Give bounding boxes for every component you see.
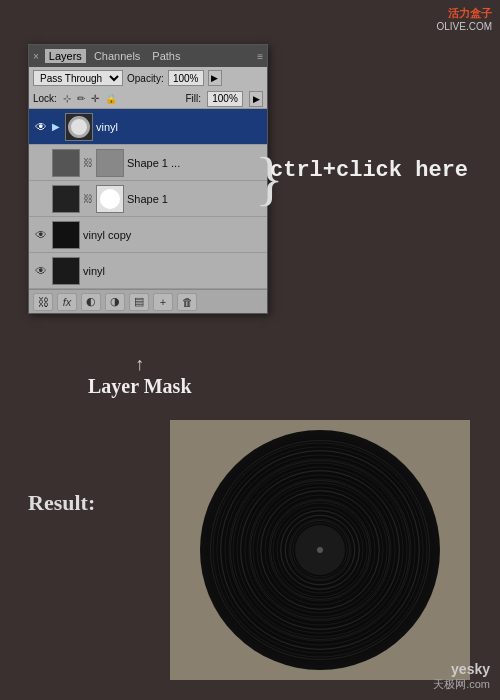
lock-paint-icon[interactable]: ✏ [77,93,85,104]
vinyl-result-container [170,420,470,680]
chain-icon-shape1b: ⛓ [83,193,93,204]
layer-name-vinyl-bottom: vinyl [83,265,263,277]
watermark-top: 活力盒子 OLIVE.COM [436,6,492,32]
layer-row-shape1-text[interactable]: 👁 ⛓ Shape 1 ... [29,145,267,181]
lock-label: Lock: [33,93,57,104]
fill-arrow[interactable]: ▶ [249,91,263,107]
watermark-bottom: yesky 天极网.com [433,661,490,692]
layers-panel: × Layers Channels Paths ≡ Pass Through N… [28,44,268,314]
fx-button[interactable]: fx [57,293,77,311]
layers-list: 👁 ▶ vinyl 👁 ⛓ Shape 1 ... 👁 ⛓ Shape 1 👁 … [29,109,267,289]
visibility-eye-shape1-text[interactable]: 👁 [33,155,49,171]
blend-mode-select[interactable]: Pass Through Normal Multiply [33,70,123,86]
tianjixw-label: 天极网.com [433,677,490,692]
layer-thumb-vinyl-main [65,113,93,141]
visibility-eye-shape1[interactable]: 👁 [33,191,49,207]
visibility-eye-vinyl-bottom[interactable]: 👁 [33,263,49,279]
result-label: Result: [28,490,95,516]
visibility-eye-vinyl-main[interactable]: 👁 [33,119,49,135]
lock-move-icon[interactable]: ⊹ [63,93,71,104]
annotation-arrow-up: ↑ [88,355,192,373]
layer-row-vinyl-bottom[interactable]: 👁 vinyl [29,253,267,289]
tab-close[interactable]: × [33,51,39,62]
tab-channels[interactable]: Channels [90,49,144,63]
layer-row-vinyl-copy[interactable]: 👁 vinyl copy [29,217,267,253]
yesky-label: yesky [433,661,490,677]
opacity-input[interactable] [168,70,204,86]
vinyl-record [200,430,440,670]
lock-position-icon[interactable]: ✛ [91,93,99,104]
layer-thumb-vinyl-bottom [52,257,80,285]
visibility-eye-vinyl-copy[interactable]: 👁 [33,227,49,243]
panel-titlebar: × Layers Channels Paths ≡ [29,45,267,67]
panel-toolbar: ⛓ fx ◐ ◑ ▤ + 🗑 [29,289,267,313]
ctrl-click-label: ctrl+click here [270,158,468,183]
layer-thumb-vinyl-copy [52,221,80,249]
blend-mode-row: Pass Through Normal Multiply Opacity: ▶ [29,67,267,89]
tab-layers[interactable]: Layers [45,49,86,63]
fill-label: Fill: [185,93,201,104]
layer-thumb-shape1-left [52,149,80,177]
site-label: OLIVE.COM [436,21,492,32]
new-layer-button[interactable]: + [153,293,173,311]
layer-mask-annotation: ↑ Layer Mask [88,355,192,398]
layer-name-shape1-text: Shape 1 ... [127,157,263,169]
group-button[interactable]: ▤ [129,293,149,311]
lock-all-icon[interactable]: 🔒 [105,93,117,104]
link-button[interactable]: ⛓ [33,293,53,311]
layer-name-vinyl-main: vinyl [96,121,263,133]
layer-thumb-shape1-mask [96,149,124,177]
fill-input[interactable] [207,91,243,107]
brand-label: 活力盒子 [436,6,492,21]
layer-row-shape1[interactable]: 👁 ⛓ Shape 1 [29,181,267,217]
lock-row: Lock: ⊹ ✏ ✛ 🔒 Fill: ▶ [29,89,267,109]
layer-name-vinyl-copy: vinyl copy [83,229,263,241]
panel-menu[interactable]: ≡ [257,51,263,62]
delete-layer-button[interactable]: 🗑 [177,293,197,311]
layer-thumb-shape1-shape-mask [96,185,124,213]
group-arrow: ▶ [52,121,60,132]
mask-button[interactable]: ◐ [81,293,101,311]
layer-name-shape1: Shape 1 [127,193,263,205]
adjustment-button[interactable]: ◑ [105,293,125,311]
vinyl-label-center [295,525,345,575]
opacity-label: Opacity: [127,73,164,84]
chain-icon-shape1: ⛓ [83,157,93,168]
opacity-arrow[interactable]: ▶ [208,70,222,86]
vinyl-center-hole [317,547,323,553]
layer-row-vinyl-main[interactable]: 👁 ▶ vinyl [29,109,267,145]
annotation-label: Layer Mask [88,375,192,398]
layer-thumb-shape1-shape [52,185,80,213]
tab-paths[interactable]: Paths [148,49,184,63]
